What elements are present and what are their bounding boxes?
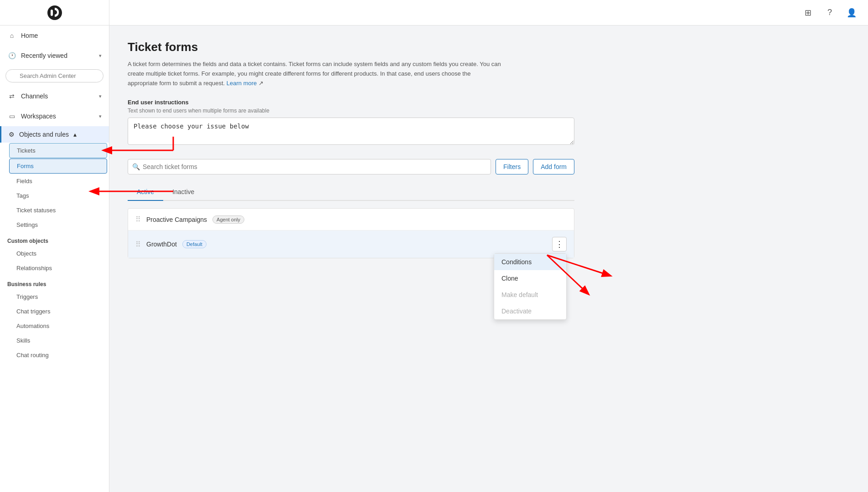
nav-triggers-label: Triggers <box>16 293 38 300</box>
dropdown-deactivate: Deactivate <box>494 303 566 319</box>
search-forms-input[interactable] <box>128 159 491 174</box>
nav-chat-triggers-label: Chat triggers <box>16 308 50 315</box>
objects-rules-icon: ⚙ <box>9 131 15 138</box>
home-icon: ⌂ <box>7 31 16 40</box>
nav-objects-and-rules-label: Objects and rules <box>19 131 69 138</box>
business-rules-group-label: Business rules <box>0 276 109 289</box>
nav-automations[interactable]: Automations <box>9 319 107 333</box>
sidebar-search-wrap: 🔍 <box>0 66 109 86</box>
nav-recently-viewed[interactable]: 🕐 Recently viewed ▾ <box>0 46 109 66</box>
search-forms-wrap: 🔍 <box>128 159 491 174</box>
user-icon[interactable]: 👤 <box>844 5 859 20</box>
drag-handle-1[interactable]: ⠿ <box>135 215 141 224</box>
default-badge-2: Default <box>182 240 207 248</box>
nav-tags[interactable]: Tags <box>9 189 107 203</box>
add-form-button[interactable]: Add form <box>533 159 574 174</box>
topbar: ⊞ ? 👤 <box>109 0 868 26</box>
nav-tickets-section: Tickets Forms Fields Tags Ticket statuse… <box>0 143 109 232</box>
nav-skills-label: Skills <box>16 337 30 344</box>
grid-icon[interactable]: ⊞ <box>801 5 815 20</box>
nav-fields[interactable]: Fields <box>9 174 107 188</box>
dropdown-clone[interactable]: Clone <box>494 270 566 287</box>
nav-channels[interactable]: ⇄ Channels ▾ <box>0 86 109 106</box>
search-forms-icon: 🔍 <box>132 163 140 170</box>
nav-chat-triggers[interactable]: Chat triggers <box>9 304 107 318</box>
nav-triggers[interactable]: Triggers <box>9 290 107 304</box>
agent-only-badge-1: Agent only <box>212 215 244 224</box>
forms-list: ⠿ Proactive Campaigns Agent only ⠿ Growt… <box>128 208 574 258</box>
tabs-row: Active Inactive <box>128 184 574 201</box>
nav-objects-and-rules[interactable]: ⚙ Objects and rules ▴ <box>0 126 109 143</box>
actions-dropdown: Conditions Clone Make default Deactivate <box>494 253 567 320</box>
end-user-instructions-label: End user instructions <box>128 99 850 106</box>
form-name-1: Proactive Campaigns <box>146 216 207 223</box>
nav-skills[interactable]: Skills <box>9 333 107 348</box>
nav-relationships[interactable]: Relationships <box>9 261 107 275</box>
nav-tickets-label: Tickets <box>17 147 36 154</box>
nav-tickets[interactable]: Tickets <box>9 143 107 158</box>
page-description: A ticket form determines the fields and … <box>128 60 501 88</box>
nav-chat-routing[interactable]: Chat routing <box>9 348 107 362</box>
custom-objects-group-label: Custom objects <box>0 232 109 246</box>
nav-ticket-statuses[interactable]: Ticket statuses <box>9 203 107 217</box>
tab-active[interactable]: Active <box>128 184 163 201</box>
tab-inactive[interactable]: Inactive <box>163 184 203 201</box>
channels-chevron: ▾ <box>99 93 102 99</box>
dropdown-conditions[interactable]: Conditions <box>494 254 566 270</box>
nav-tags-label: Tags <box>16 192 29 199</box>
workspaces-icon: ▭ <box>7 112 16 121</box>
recently-viewed-chevron: ▾ <box>99 53 102 59</box>
nav-objects[interactable]: Objects <box>9 246 107 261</box>
business-rules-section: Triggers Chat triggers Automations Skill… <box>0 289 109 363</box>
learn-more-link[interactable]: Learn more <box>227 80 257 87</box>
nav-recently-viewed-label: Recently viewed <box>21 52 67 59</box>
nav-home-label: Home <box>21 32 38 39</box>
nav-automations-label: Automations <box>16 323 49 329</box>
nav-relationships-label: Relationships <box>16 265 52 272</box>
workspaces-chevron: ▾ <box>99 113 102 119</box>
help-icon[interactable]: ? <box>822 5 837 20</box>
end-user-instructions-sublabel: Text shown to end users when multiple fo… <box>128 108 850 114</box>
page-title: Ticket forms <box>128 40 850 54</box>
nav-workspaces-label: Workspaces <box>21 113 56 120</box>
nav-workspaces[interactable]: ▭ Workspaces ▾ <box>0 106 109 126</box>
nav-objects-label: Objects <box>16 250 36 257</box>
nav-home[interactable]: ⌂ Home <box>0 26 109 46</box>
toolbar-row: 🔍 Filters Add form <box>128 159 574 174</box>
nav-channels-label: Channels <box>21 92 48 100</box>
main-content: ⊞ ? 👤 Ticket forms A ticket form determi… <box>109 0 868 492</box>
sidebar-search-input[interactable] <box>5 69 103 82</box>
end-user-instructions-textarea[interactable] <box>128 118 574 145</box>
content-area: Ticket forms A ticket form determines th… <box>109 26 868 492</box>
nav-chat-routing-label: Chat routing <box>16 352 49 359</box>
nav-fields-label: Fields <box>16 178 32 184</box>
nav-settings-label: Settings <box>16 221 38 228</box>
drag-handle-2[interactable]: ⠿ <box>135 240 141 249</box>
nav-ticket-statuses-label: Ticket statuses <box>16 207 56 214</box>
objects-rules-chevron: ▴ <box>73 131 77 138</box>
table-row[interactable]: ⠿ Proactive Campaigns Agent only <box>128 209 574 231</box>
form-name-2: GrowthDot <box>146 241 177 248</box>
table-row[interactable]: ⠿ GrowthDot Default ⋮ Conditions Clone M… <box>128 231 574 258</box>
nav-settings[interactable]: Settings <box>9 218 107 232</box>
app-logo <box>0 0 109 26</box>
clock-icon: 🕐 <box>7 51 16 60</box>
custom-objects-section: Objects Relationships <box>0 246 109 276</box>
channels-icon: ⇄ <box>7 92 16 101</box>
form-row-actions-2: ⋮ Conditions Clone Make default Deactiva… <box>552 237 567 251</box>
form-actions-button-2[interactable]: ⋮ <box>552 237 567 251</box>
sidebar: ⌂ Home 🕐 Recently viewed ▾ 🔍 ⇄ Channels … <box>0 0 109 492</box>
nav-forms-label: Forms <box>17 163 34 169</box>
filters-button[interactable]: Filters <box>496 159 528 174</box>
nav-forms[interactable]: Forms <box>9 159 107 174</box>
dropdown-make-default: Make default <box>494 287 566 303</box>
